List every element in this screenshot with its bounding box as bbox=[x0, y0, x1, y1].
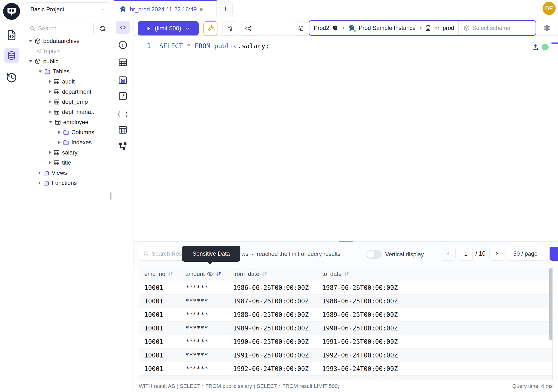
sort-icon[interactable] bbox=[344, 271, 350, 277]
caret-right-icon[interactable] bbox=[49, 90, 51, 93]
sql-editor-button[interactable] bbox=[116, 21, 130, 34]
export-button[interactable] bbox=[549, 247, 558, 261]
share-button[interactable] bbox=[241, 21, 255, 35]
caret-right-icon[interactable] bbox=[39, 181, 41, 185]
cell-to-date[interactable]: 1992-06-24T00:00:00Z bbox=[317, 348, 407, 362]
cell-emp-no[interactable]: 10001 bbox=[139, 322, 180, 335]
table-row[interactable]: 10001******1993-06-24T00:00:00Z1994-06-2… bbox=[139, 375, 552, 380]
sort-icon[interactable] bbox=[167, 271, 174, 277]
cell-amount[interactable]: ****** bbox=[180, 308, 228, 321]
caret-right-icon[interactable] bbox=[49, 80, 51, 83]
caret-down-icon[interactable] bbox=[39, 70, 42, 73]
breadcrumb-main[interactable]: Prod2 > Prod Sample Instance > hr_prod bbox=[309, 21, 459, 35]
caret-right-icon[interactable] bbox=[49, 161, 51, 164]
cell-from-date[interactable]: 1990-06-25T00:00:00Z bbox=[228, 335, 317, 348]
caret-down-icon[interactable] bbox=[29, 60, 32, 62]
tree-item-audit[interactable]: audit bbox=[23, 77, 112, 87]
table-row[interactable]: 10001******1988-06-25T00:00:00Z1989-06-2… bbox=[139, 308, 552, 322]
procedure-icon[interactable] bbox=[118, 109, 128, 120]
cell-amount[interactable]: ****** bbox=[180, 281, 228, 294]
format-sql-button[interactable] bbox=[203, 21, 218, 35]
table-scrollbar[interactable] bbox=[549, 268, 552, 340]
cell-amount[interactable]: ****** bbox=[180, 348, 228, 362]
tree-item-indexes[interactable]: Indexes bbox=[23, 137, 112, 148]
save-button[interactable] bbox=[222, 21, 236, 35]
tree-item-columns[interactable]: Columns bbox=[23, 127, 112, 137]
search-input[interactable] bbox=[38, 25, 90, 32]
run-query-button[interactable]: (limit 500) bbox=[138, 21, 199, 35]
cell-to-date[interactable]: 1987-06-26T00:00:00Z bbox=[317, 281, 407, 294]
vertical-display-toggle[interactable] bbox=[366, 250, 382, 259]
worksheet-icon[interactable] bbox=[6, 29, 17, 41]
cell-amount[interactable]: ****** bbox=[180, 322, 228, 335]
table-row[interactable]: 10001******1989-06-25T00:00:00Z1990-06-2… bbox=[139, 322, 552, 335]
next-page-button[interactable] bbox=[489, 247, 505, 261]
code-line[interactable]: SELECT * FROM public.salary; bbox=[159, 39, 269, 53]
cell-to-date[interactable]: 1989-06-25T00:00:00Z bbox=[317, 308, 407, 321]
page-size-select[interactable]: 50 / page bbox=[507, 247, 544, 261]
sort-icon[interactable] bbox=[262, 271, 267, 277]
cell-from-date[interactable]: 1987-06-26T00:00:00Z bbox=[228, 295, 317, 308]
cell-from-date[interactable]: 1989-06-25T00:00:00Z bbox=[228, 322, 317, 335]
table-row[interactable]: 10001******1992-06-24T00:00:00Z1993-06-2… bbox=[139, 362, 552, 375]
cell-amount[interactable]: ****** bbox=[180, 375, 228, 380]
cell-emp-no[interactable]: 10001 bbox=[139, 308, 180, 321]
cell-to-date[interactable]: 1988-06-25T00:00:00Z bbox=[317, 295, 407, 308]
tab-hr-prod[interactable]: hr_prod 2024-11-22 16:49 bbox=[114, 0, 217, 17]
tree-item-salary[interactable]: salary bbox=[23, 148, 112, 158]
caret-right-icon[interactable] bbox=[39, 171, 41, 174]
cell-from-date[interactable]: 1992-06-24T00:00:00Z bbox=[228, 362, 317, 375]
cell-from-date[interactable]: 1991-06-25T00:00:00Z bbox=[228, 348, 317, 362]
new-tab-button[interactable] bbox=[219, 1, 233, 17]
masked-table-icon[interactable] bbox=[118, 75, 128, 86]
table-row[interactable]: 10001******1990-06-25T00:00:00Z1991-06-2… bbox=[139, 335, 552, 348]
cell-to-date[interactable]: 1993-06-24T00:00:00Z bbox=[317, 362, 407, 375]
caret-right-icon[interactable] bbox=[49, 110, 51, 114]
caret-right-icon[interactable] bbox=[58, 141, 61, 144]
ai-assistant-button[interactable] bbox=[540, 21, 554, 35]
tree-item-public[interactable]: public bbox=[23, 56, 112, 66]
cell-to-date[interactable]: 1994-06-24T00:00:00Z bbox=[317, 375, 407, 380]
tree-item-bbdataarchive[interactable]: bbdataarchive bbox=[23, 36, 112, 46]
external-table-icon[interactable] bbox=[118, 125, 128, 135]
tree-item-functions[interactable]: Functions bbox=[23, 178, 112, 188]
column-header-to-date[interactable]: to_date bbox=[317, 267, 407, 281]
cell-to-date[interactable]: 1990-06-25T00:00:00Z bbox=[317, 322, 407, 335]
caret-right-icon[interactable] bbox=[49, 151, 51, 154]
caret-down-icon[interactable] bbox=[49, 121, 52, 123]
cell-amount[interactable]: ****** bbox=[180, 362, 228, 375]
tree-item-dept-emp[interactable]: dept_emp bbox=[23, 97, 112, 107]
cell-from-date[interactable]: 1993-06-24T00:00:00Z bbox=[228, 375, 317, 380]
info-icon[interactable] bbox=[118, 40, 128, 50]
page-number-input[interactable] bbox=[459, 247, 472, 261]
cell-from-date[interactable]: 1988-06-25T00:00:00Z bbox=[228, 308, 317, 321]
cell-emp-no[interactable]: 10001 bbox=[139, 375, 180, 380]
caret-down-icon[interactable] bbox=[29, 40, 32, 42]
batch-query-button[interactable] bbox=[294, 21, 308, 35]
column-header-amount[interactable]: amount bbox=[180, 267, 228, 281]
caret-right-icon[interactable] bbox=[49, 100, 51, 104]
tree-item-tables[interactable]: Tables bbox=[23, 66, 112, 77]
sort-icon[interactable] bbox=[215, 271, 222, 277]
table-panel-icon[interactable] bbox=[118, 57, 128, 68]
sql-editor[interactable]: 1 SELECT * FROM public.salary; bbox=[133, 36, 558, 241]
function-icon[interactable] bbox=[118, 91, 128, 101]
schema-diagram-icon[interactable] bbox=[118, 141, 128, 151]
project-select[interactable]: Basic Project bbox=[26, 2, 109, 17]
cell-emp-no[interactable]: 10001 bbox=[139, 362, 180, 375]
cell-amount[interactable]: ****** bbox=[180, 335, 228, 348]
tree-item-dept-manager[interactable]: dept_mana... bbox=[23, 107, 112, 117]
chevron-down-icon[interactable] bbox=[185, 26, 191, 31]
rail-item-database[interactable] bbox=[4, 48, 19, 63]
refresh-button[interactable] bbox=[96, 22, 109, 35]
tree-item-views[interactable]: Views bbox=[23, 168, 112, 178]
table-row[interactable]: 10001******1991-06-25T00:00:00Z1992-06-2… bbox=[139, 348, 552, 362]
cell-emp-no[interactable]: 10001 bbox=[139, 281, 180, 294]
avatar[interactable]: DE bbox=[542, 2, 556, 15]
drag-handle[interactable] bbox=[339, 241, 353, 242]
bytebase-logo[interactable] bbox=[3, 3, 20, 20]
column-header-from-date[interactable]: from_date bbox=[228, 267, 317, 281]
cell-to-date[interactable]: 1991-06-25T00:00:00Z bbox=[317, 335, 407, 348]
table-row[interactable]: 10001******1987-06-26T00:00:00Z1988-06-2… bbox=[139, 295, 552, 308]
column-header-emp-no[interactable]: emp_no bbox=[139, 267, 180, 281]
